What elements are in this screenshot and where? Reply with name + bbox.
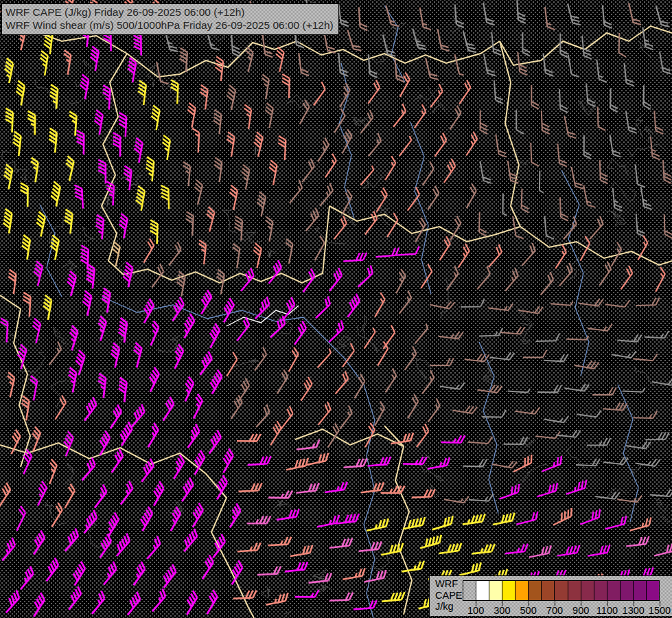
wind-barb <box>92 591 104 615</box>
wind-barb <box>69 586 81 610</box>
wind-barb <box>430 301 454 308</box>
wind-barb <box>610 89 618 113</box>
wind-barb <box>336 514 359 524</box>
wind-barb <box>566 336 588 340</box>
wind-barb <box>465 354 489 361</box>
wind-barb <box>493 513 515 525</box>
wind-barb <box>253 243 261 268</box>
wind-barb <box>193 503 203 527</box>
wind-barb <box>361 482 384 492</box>
wind-barb <box>223 448 233 472</box>
wind-barb <box>266 593 288 605</box>
wind-barb <box>74 185 82 209</box>
wind-barb <box>174 455 184 479</box>
wind-barb <box>619 33 626 57</box>
wind-barb <box>343 190 352 214</box>
wind-barb <box>230 185 237 210</box>
wind-barb <box>144 299 154 323</box>
wind-barb <box>301 377 312 401</box>
wind-barb <box>23 293 31 317</box>
district-line <box>441 279 448 320</box>
wind-barb <box>51 182 60 207</box>
wind-barb <box>247 516 271 524</box>
wind-barb <box>537 385 561 393</box>
wind-barb <box>269 160 277 185</box>
wind-barb <box>358 266 373 287</box>
district-line <box>65 464 74 484</box>
wind-barb <box>430 358 454 365</box>
wind-barb <box>386 5 399 27</box>
wind-barb <box>450 106 461 130</box>
legend-color-cell <box>594 580 607 601</box>
wind-barb <box>641 187 652 210</box>
wind-barb <box>478 385 502 393</box>
wind-barb <box>134 138 142 163</box>
wind-barb <box>588 324 612 331</box>
wind-barb <box>6 591 19 613</box>
district-line <box>662 515 672 531</box>
district-line <box>2 152 15 171</box>
district-line <box>222 209 236 232</box>
district-line <box>522 464 548 481</box>
wind-barb <box>104 562 116 585</box>
wind-barb <box>580 510 600 525</box>
wind-barb <box>134 343 142 367</box>
wind-barb <box>182 478 194 502</box>
wind-barb <box>300 100 310 124</box>
district-line <box>362 176 382 188</box>
wind-barb <box>663 160 671 183</box>
wind-barb <box>522 32 530 56</box>
wind-barb <box>255 297 270 319</box>
wind-barb <box>344 458 367 467</box>
wind-barb <box>599 262 611 286</box>
wind-barb <box>138 80 146 105</box>
country-border <box>124 206 329 283</box>
wind-barb <box>432 516 453 529</box>
map-canvas <box>0 0 672 618</box>
district-line <box>579 98 594 115</box>
wind-barb <box>150 367 159 392</box>
legend-unit-label: J/kg <box>435 601 463 613</box>
wind-barb <box>95 485 106 508</box>
wind-barb <box>496 135 507 157</box>
wind-barb <box>188 424 200 448</box>
wind-barb <box>405 347 417 370</box>
wind-barb <box>316 297 330 319</box>
wind-barb <box>375 293 384 317</box>
wind-barb <box>146 157 154 182</box>
wind-barb <box>227 352 237 376</box>
wind-barb <box>459 244 470 268</box>
wind-barb <box>399 136 412 156</box>
wind-barb <box>318 138 329 162</box>
river-line <box>479 342 498 514</box>
wind-barb <box>239 483 262 492</box>
title-line-shear: WRF Wind shear (m/s) 500/1000hPa Friday … <box>5 19 334 32</box>
wind-barb <box>334 216 347 239</box>
legend-color-cell <box>541 580 554 601</box>
legend-variable-label: CAPE <box>435 590 463 602</box>
wind-barb <box>603 5 612 29</box>
wind-barb <box>564 116 576 138</box>
wind-barb <box>185 377 194 402</box>
wind-barb <box>364 570 386 582</box>
wind-barb <box>347 30 361 51</box>
wind-barb <box>650 490 672 497</box>
wind-barb <box>439 543 461 553</box>
wind-barb <box>536 334 559 342</box>
wind-barb <box>119 378 127 402</box>
wind-barb <box>361 110 373 133</box>
wind-barb <box>586 83 595 106</box>
wind-barb <box>237 317 249 341</box>
wind-barb <box>623 388 645 392</box>
wind-barb <box>306 208 318 231</box>
wind-barb <box>65 209 73 234</box>
wind-barb <box>248 456 271 465</box>
wind-barb <box>559 263 572 286</box>
wind-barb <box>329 538 352 548</box>
country-border <box>500 26 672 65</box>
wind-barb <box>192 128 199 152</box>
legend-color-cell <box>528 580 541 601</box>
wind-barb <box>136 186 145 211</box>
wind-barb <box>233 591 257 599</box>
wind-barb <box>423 161 434 185</box>
